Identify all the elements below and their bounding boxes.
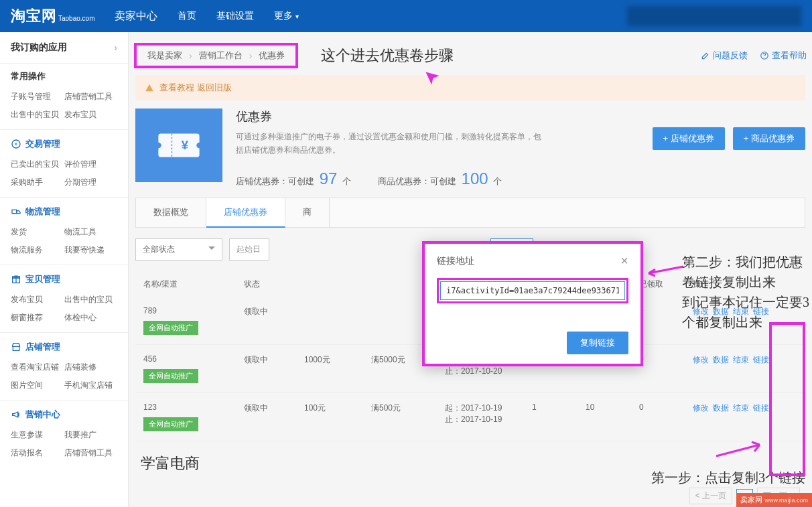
notice-bar[interactable]: 查看教程 返回旧版 xyxy=(135,75,805,100)
promo-badge: 全网自动推广 xyxy=(143,321,198,335)
sidebar-link[interactable]: 体检中心 xyxy=(64,309,118,327)
sidebar-logistics-title[interactable]: 物流管理 xyxy=(0,197,128,222)
sidebar-marketing-title[interactable]: 营销中心 xyxy=(0,400,128,425)
top-header: 淘宝网 Taobao.com 卖家中心 首页 基础设置 更多▾ xyxy=(0,0,812,32)
sidebar-link[interactable]: 发布宝贝 xyxy=(64,106,118,124)
edit-icon xyxy=(701,51,710,60)
help-icon xyxy=(760,51,769,60)
table-row: 123全网自动推广 领取中 100元 满500元 起：2017-10-19止：2… xyxy=(135,393,805,441)
sidebar-shop-title[interactable]: 店铺管理 xyxy=(0,332,128,357)
nav-home[interactable]: 首页 xyxy=(178,10,196,22)
item-coupon-stat: 商品优惠券：可创建 100 个 xyxy=(378,169,502,188)
sidebar-link[interactable]: 出售中的宝贝 xyxy=(11,106,64,124)
sidebar-link[interactable]: 采购助手 xyxy=(11,173,64,192)
start-date-input[interactable]: 起始日 xyxy=(229,238,269,261)
promo-badge: 全网自动推广 xyxy=(143,417,198,431)
promo-badge: 全网自动推广 xyxy=(143,369,198,383)
sidebar-link[interactable]: 分期管理 xyxy=(64,173,118,192)
sidebar-link[interactable]: 图片空间 xyxy=(11,376,64,394)
coupon-title: 优惠券 xyxy=(236,108,653,125)
sidebar-link[interactable]: 发布宝贝 xyxy=(11,291,64,309)
status-select[interactable]: 全部状态 xyxy=(135,238,222,261)
truck-icon xyxy=(11,206,21,217)
op-end[interactable]: 结束 xyxy=(733,403,749,413)
top-nav: 首页 基础设置 更多▾ xyxy=(178,10,299,22)
op-data[interactable]: 数据 xyxy=(713,403,729,413)
sidebar-link[interactable]: 子账号管理 xyxy=(11,88,64,106)
logo-main: 淘宝网 xyxy=(11,6,57,26)
breadcrumb-item[interactable]: 优惠券 xyxy=(259,50,285,62)
gift-icon xyxy=(11,274,21,285)
tab-shop-coupon[interactable]: 店铺优惠券 xyxy=(206,198,285,228)
sidebar-common-title: 常用操作 xyxy=(0,64,128,86)
chevron-down-icon: ▾ xyxy=(295,13,299,20)
th-name: 名称/渠道 xyxy=(143,279,244,290)
link-modal: 链接地址 × 复制链接 xyxy=(422,241,643,366)
sidebar-link[interactable]: 我要推广 xyxy=(64,426,118,444)
feedback-link[interactable]: 问题反馈 xyxy=(701,50,748,62)
tab-item-coupon[interactable]: 商 xyxy=(285,198,330,227)
add-shop-coupon-button[interactable]: + 店铺优惠券 xyxy=(653,127,725,150)
th-status: 状态 xyxy=(244,279,304,290)
op-edit[interactable]: 修改 xyxy=(693,355,709,364)
svg-text:¥: ¥ xyxy=(181,138,188,152)
op-edit[interactable]: 修改 xyxy=(693,403,709,413)
coupon-desc: 可通过多种渠道推广的电子券，通过设置优惠金额和使用门槛，刺激转化提高客单，包括店… xyxy=(236,130,544,157)
sidebar-link[interactable]: 橱窗推荐 xyxy=(11,309,64,327)
breadcrumb-item[interactable]: 我是卖家 xyxy=(147,50,182,62)
sidebar-link[interactable]: 物流工具 xyxy=(64,223,118,241)
copy-link-button[interactable]: 复制链接 xyxy=(567,332,628,354)
op-link[interactable]: 链接 xyxy=(753,403,769,413)
watermark-tag: 卖家网www.maijia.com xyxy=(736,493,812,507)
nav-more[interactable]: 更多▾ xyxy=(274,10,299,22)
prev-page-button[interactable]: < 上一页 xyxy=(689,488,732,504)
megaphone-icon xyxy=(11,409,21,420)
sidebar-apps-title[interactable]: 我订购的应用 › xyxy=(0,32,128,64)
warning-icon xyxy=(145,83,154,92)
ticket-icon: ¥ xyxy=(155,129,202,162)
add-item-coupon-button[interactable]: + 商品优惠券 xyxy=(733,127,805,150)
op-link[interactable]: 链接 xyxy=(753,355,769,364)
svg-point-6 xyxy=(196,143,202,149)
sidebar-link[interactable]: 已卖出的宝贝 xyxy=(11,155,64,173)
sidebar-link[interactable]: 查看淘宝店铺 xyxy=(11,358,64,376)
help-link[interactable]: 查看帮助 xyxy=(760,50,807,62)
sidebar-trade-title[interactable]: 交易管理 xyxy=(0,129,128,154)
shop-coupon-stat: 店铺优惠券：可创建 97 个 xyxy=(236,169,351,188)
coupon-card: ¥ 优惠券 可通过多种渠道推广的电子券，通过设置优惠金额和使用门槛，刺激转化提高… xyxy=(135,108,805,188)
sidebar-link[interactable]: 手机淘宝店铺 xyxy=(64,376,118,394)
tab-overview[interactable]: 数据概览 xyxy=(136,198,206,227)
sidebar-link[interactable]: 物流服务 xyxy=(11,241,64,259)
chevron-right-icon: › xyxy=(249,50,253,61)
svg-rect-1 xyxy=(12,210,17,213)
modal-title: 链接地址 xyxy=(437,255,474,267)
breadcrumb-item[interactable]: 营销工作台 xyxy=(199,50,243,62)
coupon-icon: ¥ xyxy=(135,108,222,182)
logo-sub: Taobao.com xyxy=(58,15,94,22)
sidebar-link[interactable]: 生意参谋 xyxy=(11,426,64,444)
shop-icon xyxy=(11,342,21,352)
close-icon[interactable]: × xyxy=(620,253,628,269)
user-area-blurred[interactable] xyxy=(627,6,801,26)
sidebar-link[interactable]: 店铺营销工具 xyxy=(64,444,118,462)
sidebar-link[interactable]: 发货 xyxy=(11,223,64,241)
trade-icon xyxy=(11,139,21,149)
sidebar-baby-title[interactable]: 宝贝管理 xyxy=(0,265,128,289)
sidebar-link[interactable]: 出售中的宝贝 xyxy=(64,291,118,309)
seller-center-label[interactable]: 卖家中心 xyxy=(115,9,157,23)
sidebar-link[interactable]: 活动报名 xyxy=(11,444,64,462)
tabs: 数据概览 店铺优惠券 商 xyxy=(135,198,805,228)
sidebar-link[interactable]: 店铺装修 xyxy=(64,358,118,376)
sidebar-link[interactable]: 评价管理 xyxy=(64,155,118,173)
breadcrumb: 我是卖家 › 营销工作台 › 优惠券 xyxy=(134,43,298,68)
sidebar-link[interactable]: 店铺营销工具 xyxy=(64,88,118,106)
sidebar: 我订购的应用 › 常用操作 子账号管理 店铺营销工具 出售中的宝贝 发布宝贝 交… xyxy=(0,32,129,507)
svg-point-5 xyxy=(155,143,161,149)
step1-annotation: 第一步：点击复制3个链接 xyxy=(651,469,805,487)
sidebar-link[interactable]: 我要寄快递 xyxy=(64,241,118,259)
op-end[interactable]: 结束 xyxy=(733,355,749,364)
nav-settings[interactable]: 基础设置 xyxy=(216,10,254,22)
op-data[interactable]: 数据 xyxy=(713,355,729,364)
logo[interactable]: 淘宝网 Taobao.com xyxy=(11,6,94,26)
link-url-input[interactable] xyxy=(440,281,625,300)
